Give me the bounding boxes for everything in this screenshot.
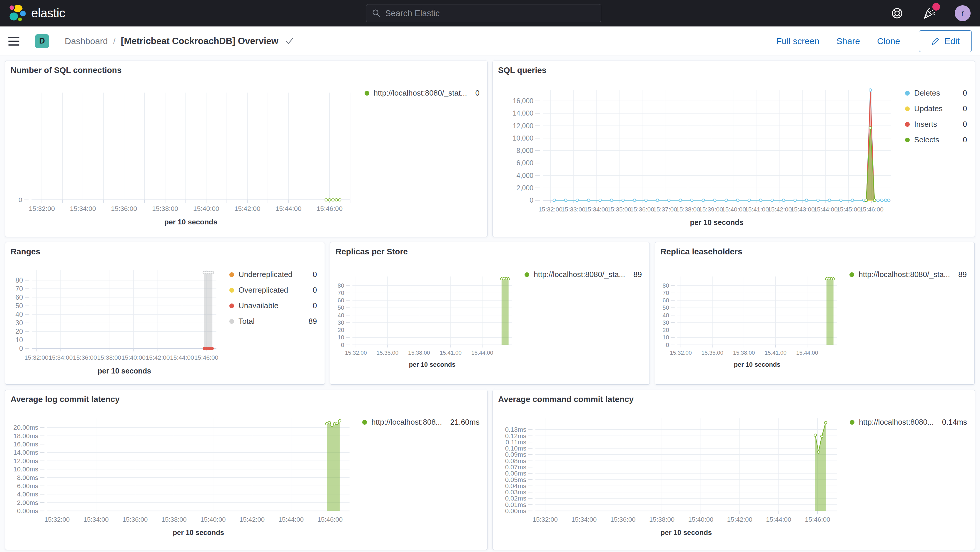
chart-replicas-per-store[interactable]: 0102030405060708015:32:0015:35:0015:38:0… bbox=[336, 259, 515, 382]
full-screen-button[interactable]: Full screen bbox=[776, 36, 819, 46]
svg-text:15:32:00: 15:32:00 bbox=[24, 354, 49, 361]
global-search[interactable] bbox=[366, 4, 601, 22]
svg-text:50: 50 bbox=[662, 304, 669, 311]
svg-text:15:34:00: 15:34:00 bbox=[571, 516, 597, 523]
panel-replicas-per-store: Replicas per Store 0102030405060708015:3… bbox=[330, 242, 650, 385]
chart-log-commit-latency[interactable]: 0.00ms2.00ms4.00ms6.00ms8.00ms10.00ms12.… bbox=[11, 406, 352, 549]
legend-item[interactable]: Underreplicated0 bbox=[229, 270, 317, 279]
svg-text:15:35:00: 15:35:00 bbox=[702, 350, 723, 356]
svg-text:15:32:00: 15:32:00 bbox=[45, 516, 70, 523]
svg-text:per 10 seconds: per 10 seconds bbox=[409, 361, 455, 368]
svg-text:0.09ms: 0.09ms bbox=[505, 451, 526, 458]
svg-text:20: 20 bbox=[15, 328, 23, 335]
svg-text:per 10 seconds: per 10 seconds bbox=[98, 367, 151, 375]
panel-replica-leaseholders: Replica leaseholders 0102030405060708015… bbox=[655, 242, 975, 385]
svg-text:15:36:00: 15:36:00 bbox=[610, 516, 636, 523]
chart-sql-queries[interactable]: 02,0004,0006,0008,00010,00012,00014,0001… bbox=[498, 77, 895, 229]
legend-value: 21.60ms bbox=[442, 418, 480, 427]
svg-text:70: 70 bbox=[662, 290, 669, 296]
svg-text:15:38:00: 15:38:00 bbox=[152, 205, 178, 212]
svg-text:80: 80 bbox=[15, 277, 23, 284]
panel-command-commit-latency: Average command commit latency 0.00ms0.0… bbox=[493, 390, 975, 550]
chart-legend: http://localhost:8080/_sta...89 bbox=[515, 270, 644, 279]
svg-text:8.00ms: 8.00ms bbox=[17, 474, 38, 481]
legend-dot-icon bbox=[905, 138, 910, 142]
legend-dot-icon bbox=[905, 107, 910, 111]
legend-label: Deletes bbox=[914, 89, 940, 98]
legend-item[interactable]: Overreplicated0 bbox=[229, 286, 317, 295]
legend-item[interactable]: http://localhost:8080/_sta...89 bbox=[850, 270, 967, 279]
legend-item[interactable]: http://localhost:8080...0.14ms bbox=[850, 418, 967, 427]
svg-text:15:37:00: 15:37:00 bbox=[653, 206, 677, 213]
svg-text:0.08ms: 0.08ms bbox=[505, 457, 526, 465]
legend-item[interactable]: http://localhost:8080/_stat...0 bbox=[364, 89, 480, 98]
svg-text:0.01ms: 0.01ms bbox=[505, 501, 526, 509]
svg-text:20.00ms: 20.00ms bbox=[13, 424, 38, 431]
chart-ranges[interactable]: 0102030405060708015:32:0015:34:0015:36:0… bbox=[11, 259, 220, 382]
search-input[interactable] bbox=[385, 8, 596, 18]
legend-label: Updates bbox=[914, 104, 943, 113]
chart-replica-leaseholders[interactable]: 0102030405060708015:32:0015:35:0015:38:0… bbox=[660, 259, 840, 382]
panel-title: Replica leaseholders bbox=[660, 247, 969, 256]
edit-button[interactable]: Edit bbox=[919, 30, 972, 52]
svg-text:15:42:00: 15:42:00 bbox=[146, 354, 170, 361]
breadcrumb-dashboard-link[interactable]: Dashboard bbox=[65, 36, 108, 46]
svg-text:6,000: 6,000 bbox=[516, 159, 533, 167]
news-button[interactable] bbox=[923, 6, 936, 20]
svg-text:15:40:00: 15:40:00 bbox=[688, 516, 713, 523]
title-caret-icon[interactable] bbox=[285, 37, 294, 46]
legend-item[interactable]: Selects0 bbox=[905, 135, 967, 145]
legend-dot-icon bbox=[364, 91, 369, 95]
legend-item[interactable]: Inserts0 bbox=[905, 120, 967, 129]
legend-item[interactable]: Deletes0 bbox=[905, 89, 967, 98]
svg-text:per 10 seconds: per 10 seconds bbox=[173, 528, 224, 536]
svg-text:15:32:00: 15:32:00 bbox=[670, 350, 692, 356]
svg-text:0: 0 bbox=[19, 196, 22, 204]
svg-text:15:38:00: 15:38:00 bbox=[408, 350, 430, 356]
svg-text:40: 40 bbox=[662, 312, 669, 318]
chart-command-commit-latency[interactable]: 0.00ms0.01ms0.02ms0.03ms0.04ms0.05ms0.06… bbox=[498, 406, 840, 549]
legend-item[interactable]: Unavailable0 bbox=[229, 301, 317, 310]
clone-button[interactable]: Clone bbox=[877, 36, 900, 46]
breadcrumb-bar: D Dashboard / [Metricbeat CockroachDB] O… bbox=[0, 27, 980, 56]
svg-text:15:40:00: 15:40:00 bbox=[193, 205, 220, 212]
legend-dot-icon bbox=[525, 272, 529, 277]
panel-title: SQL queries bbox=[498, 65, 969, 75]
legend-item[interactable]: http://localhost:8080/_sta...89 bbox=[525, 270, 642, 279]
chart-sql-connections[interactable]: 015:32:0015:34:0015:36:0015:38:0015:40:0… bbox=[11, 77, 355, 229]
menu-icon[interactable] bbox=[8, 37, 19, 46]
svg-text:15:46:00: 15:46:00 bbox=[317, 205, 342, 212]
svg-text:10,000: 10,000 bbox=[513, 134, 533, 142]
panel-sql-connections: Number of SQL connections 015:32:0015:34… bbox=[5, 60, 487, 237]
breadcrumb: Dashboard / [Metricbeat CockroachDB] Ove… bbox=[65, 36, 294, 46]
svg-text:15:38:00: 15:38:00 bbox=[97, 354, 121, 361]
legend-value: 0 bbox=[305, 286, 317, 295]
legend-item[interactable]: Updates0 bbox=[905, 104, 967, 113]
svg-text:15:38:00: 15:38:00 bbox=[676, 206, 700, 213]
svg-text:15:32:00: 15:32:00 bbox=[29, 205, 55, 212]
legend-value: 0.14ms bbox=[934, 418, 967, 427]
svg-text:20: 20 bbox=[662, 327, 669, 333]
user-avatar[interactable]: r bbox=[955, 5, 970, 21]
svg-text:0.06ms: 0.06ms bbox=[505, 470, 526, 477]
svg-text:0.03ms: 0.03ms bbox=[505, 488, 526, 496]
legend-label: Unavailable bbox=[239, 301, 278, 310]
avatar-letter: r bbox=[961, 8, 964, 18]
svg-text:15:32:00: 15:32:00 bbox=[345, 350, 367, 356]
svg-text:15:46:00: 15:46:00 bbox=[859, 206, 883, 213]
svg-text:0.10ms: 0.10ms bbox=[505, 445, 526, 452]
legend-item[interactable]: http://localhost:808...21.60ms bbox=[362, 418, 480, 427]
chart-legend: http://localhost:8080...0.14ms bbox=[840, 418, 969, 427]
svg-text:15:44:00: 15:44:00 bbox=[814, 206, 838, 213]
elastic-brand[interactable]: elastic bbox=[8, 4, 65, 23]
legend-dot-icon bbox=[905, 122, 910, 127]
svg-text:15:38:00: 15:38:00 bbox=[733, 350, 755, 356]
share-button[interactable]: Share bbox=[837, 36, 860, 46]
help-button[interactable] bbox=[891, 7, 904, 20]
legend-item[interactable]: Total89 bbox=[229, 317, 317, 326]
panel-title: Ranges bbox=[11, 247, 319, 256]
svg-text:4.00ms: 4.00ms bbox=[17, 490, 38, 498]
svg-text:15:33:00: 15:33:00 bbox=[561, 206, 585, 213]
panel-ranges: Ranges 0102030405060708015:32:0015:34:00… bbox=[5, 242, 325, 385]
svg-text:15:46:00: 15:46:00 bbox=[194, 354, 218, 361]
